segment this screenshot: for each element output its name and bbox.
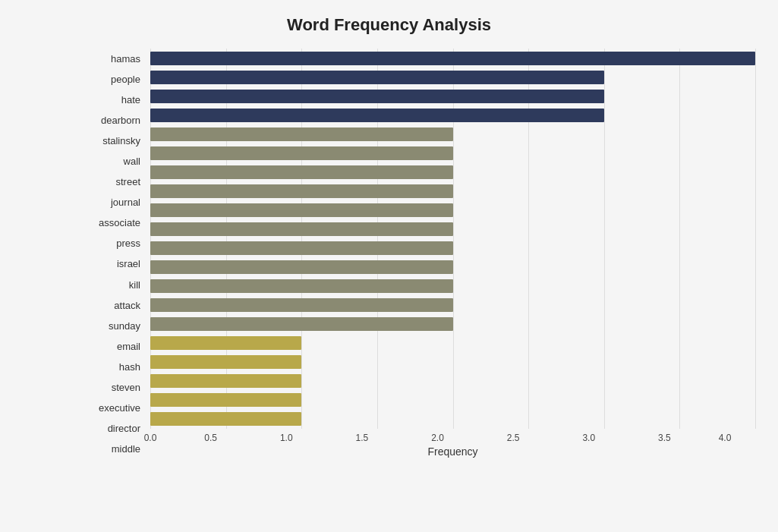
bar-row: [150, 411, 755, 427]
x-axis-label: Frequency: [150, 445, 755, 458]
bar: [150, 203, 453, 217]
x-tick: 2.5: [498, 433, 528, 443]
x-tick: 0.0: [135, 433, 165, 443]
y-label: hate: [76, 95, 140, 105]
bar: [150, 298, 453, 312]
bar: [150, 52, 755, 65]
x-tick: 2.0: [423, 433, 453, 443]
bar-row: [150, 354, 755, 370]
bar: [150, 184, 453, 198]
y-label: middle: [76, 444, 140, 454]
bar-row: [150, 145, 755, 162]
bar: [150, 317, 453, 331]
chart-container: Word Frequency Analysis hamaspeoplehated…: [0, 0, 778, 532]
y-label: hamas: [76, 54, 140, 64]
y-label: executive: [76, 403, 140, 413]
x-tick: 0.5: [196, 433, 226, 443]
bar: [150, 241, 453, 255]
bar: [150, 71, 604, 84]
bar-row: [150, 126, 755, 143]
y-label: street: [76, 177, 140, 187]
y-label: israel: [76, 259, 140, 269]
grid-line: [755, 49, 756, 429]
bar-row: [150, 202, 755, 219]
bar-row: [150, 297, 755, 313]
bar: [150, 260, 453, 274]
x-tick: 3.5: [649, 433, 679, 443]
y-label: dearborn: [76, 115, 140, 125]
x-tick: 3.0: [574, 433, 604, 443]
bar-row: [150, 240, 755, 257]
bar: [150, 279, 453, 293]
bar-row: [150, 69, 755, 86]
x-tick: 1.5: [347, 433, 377, 443]
y-label: email: [76, 342, 140, 351]
bars-wrapper: [150, 49, 755, 429]
bar-row: [150, 221, 755, 238]
y-label: steven: [76, 382, 140, 392]
y-label: stalinsky: [76, 136, 140, 146]
bar: [150, 222, 453, 236]
bar-row: [150, 107, 755, 124]
bar: [150, 393, 301, 407]
x-axis: 0.00.51.01.52.02.53.03.54.0 Frequency: [150, 429, 755, 459]
y-label: kill: [76, 280, 140, 290]
y-label: hash: [76, 362, 140, 372]
bar-row: [150, 392, 755, 408]
y-label: associate: [76, 218, 140, 228]
bar: [150, 355, 301, 369]
bar-row: [150, 164, 755, 181]
y-axis-labels: hamaspeoplehatedearbornstalinskywallstre…: [76, 49, 144, 459]
bar: [150, 90, 604, 103]
bar: [150, 165, 453, 179]
bar: [150, 109, 604, 122]
bar-row: [150, 335, 755, 351]
bar-row: [150, 259, 755, 275]
y-label: director: [76, 423, 140, 433]
chart-area: hamaspeoplehatedearbornstalinskywallstre…: [76, 49, 755, 459]
bar-row: [150, 183, 755, 200]
y-label: people: [76, 74, 140, 84]
chart-title: Word Frequency Analysis: [23, 15, 755, 35]
x-tick: 4.0: [710, 433, 740, 443]
bar-row: [150, 88, 755, 105]
bars-and-grid: 0.00.51.01.52.02.53.03.54.0 Frequency: [150, 49, 755, 459]
bar-row: [150, 50, 755, 67]
bar: [150, 146, 453, 160]
bar-row: [150, 373, 755, 389]
y-label: press: [76, 238, 140, 248]
bar: [150, 336, 301, 350]
y-label: journal: [76, 197, 140, 207]
bar-row: [150, 316, 755, 332]
y-label: wall: [76, 156, 140, 166]
bar: [150, 374, 301, 388]
x-tick: 1.0: [271, 433, 301, 443]
y-label: sunday: [76, 321, 140, 331]
bar: [150, 127, 453, 141]
bar: [150, 412, 301, 426]
bar-row: [150, 278, 755, 294]
y-label: attack: [76, 301, 140, 310]
